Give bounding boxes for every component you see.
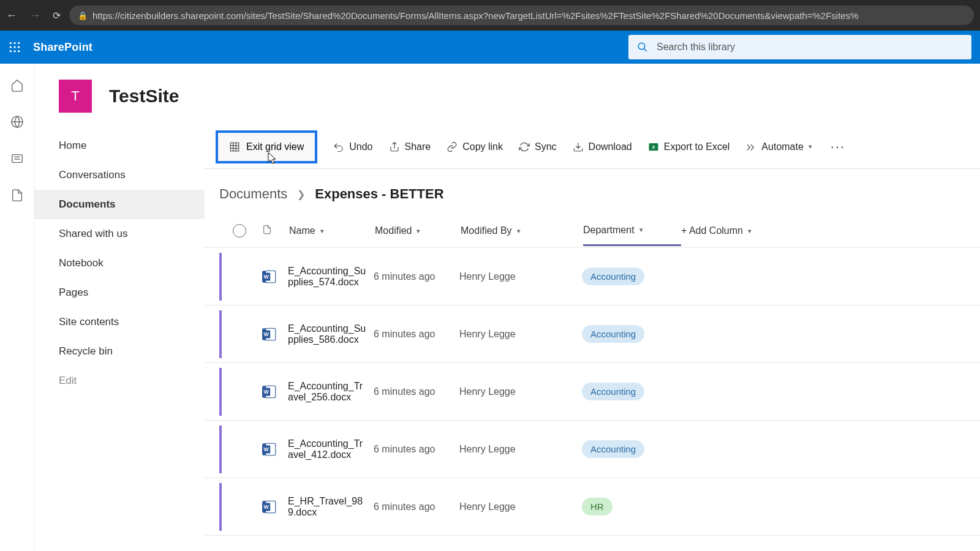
svg-point-4 (13, 46, 15, 48)
svg-point-3 (10, 46, 12, 48)
lock-icon: 🔒 (78, 11, 88, 20)
url-text: https://citizenbuilders.sharepoint.com/s… (92, 10, 859, 21)
reload-button[interactable]: ⟳ (53, 10, 61, 21)
search-icon (637, 42, 648, 53)
svg-point-2 (18, 42, 20, 44)
app-launcher-icon[interactable] (9, 41, 21, 53)
svg-point-1 (13, 42, 15, 44)
back-button[interactable]: ← (6, 9, 17, 22)
svg-point-9 (638, 43, 645, 50)
search-placeholder: Search this library (657, 42, 735, 53)
svg-point-5 (18, 46, 20, 48)
suite-bar: SharePoint Search this library (0, 31, 980, 64)
svg-point-8 (18, 50, 20, 52)
svg-point-7 (13, 50, 15, 52)
address-bar[interactable]: 🔒 https://citizenbuilders.sharepoint.com… (69, 6, 974, 25)
svg-line-10 (644, 48, 647, 51)
browser-chrome: ← → ⟳ 🔒 https://citizenbuilders.sharepoi… (0, 0, 980, 31)
app-name[interactable]: SharePoint (33, 41, 92, 54)
svg-point-6 (10, 50, 12, 52)
search-box[interactable]: Search this library (628, 35, 971, 59)
forward-button[interactable]: → (29, 9, 40, 22)
svg-point-0 (10, 42, 12, 44)
